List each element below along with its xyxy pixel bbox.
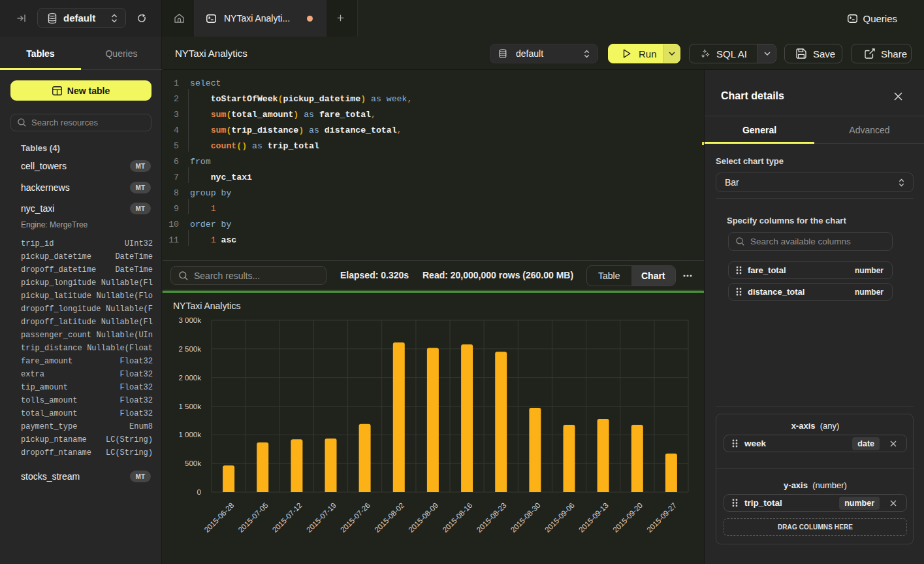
svg-text:2015-07-19: 2015-07-19 <box>305 501 338 534</box>
svg-text:2015-09-06: 2015-09-06 <box>543 501 576 534</box>
svg-text:NYTaxi Analytics: NYTaxi Analytics <box>173 301 240 311</box>
svg-text:2015-08-23: 2015-08-23 <box>475 501 508 534</box>
svg-text:2015-08-02: 2015-08-02 <box>373 501 406 534</box>
svg-text:2015-07-05: 2015-07-05 <box>237 501 270 534</box>
svg-text:1 500k: 1 500k <box>178 403 201 410</box>
svg-text:2015-09-27: 2015-09-27 <box>645 501 678 534</box>
svg-text:3 000k: 3 000k <box>178 316 201 324</box>
svg-text:2015-06-28: 2015-06-28 <box>202 501 235 534</box>
svg-text:2015-09-20: 2015-09-20 <box>611 501 644 534</box>
svg-text:2 500k: 2 500k <box>178 345 201 353</box>
svg-text:0: 0 <box>197 488 201 496</box>
svg-text:2015-07-12: 2015-07-12 <box>271 501 304 534</box>
svg-text:2015-08-09: 2015-08-09 <box>407 501 439 534</box>
svg-text:2015-07-26: 2015-07-26 <box>339 501 372 534</box>
svg-text:2 000k: 2 000k <box>178 374 201 382</box>
svg-text:2015-09-13: 2015-09-13 <box>577 501 610 534</box>
svg-text:2015-08-30: 2015-08-30 <box>509 501 542 534</box>
svg-text:2015-08-16: 2015-08-16 <box>441 501 473 534</box>
svg-text:500k: 500k <box>185 459 201 467</box>
svg-text:1 000k: 1 000k <box>178 431 201 439</box>
